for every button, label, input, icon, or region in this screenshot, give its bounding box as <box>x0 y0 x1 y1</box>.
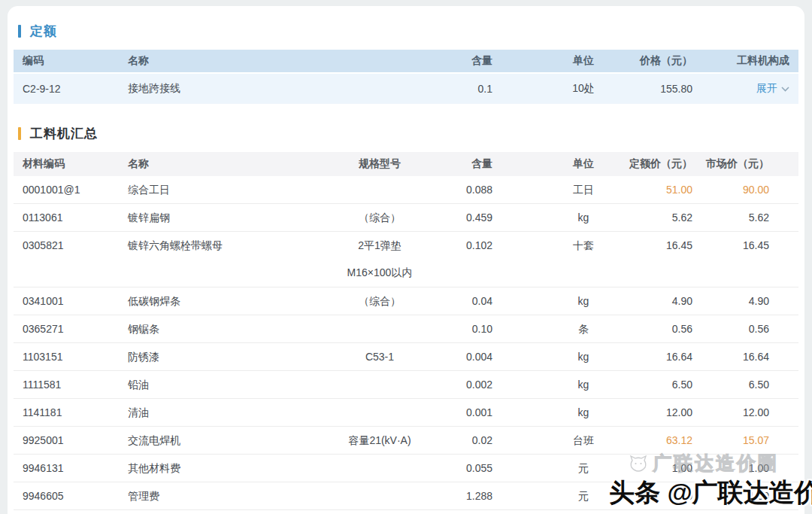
pad <box>769 287 789 315</box>
cell-quota-price: 16.64 <box>621 343 692 370</box>
spec-line <box>331 482 429 509</box>
pad <box>769 482 789 509</box>
spec-line <box>331 315 429 342</box>
cell-quantity: 0.002 <box>429 371 492 398</box>
spacer <box>492 176 546 203</box>
cell-quantity: 0.001 <box>429 399 492 426</box>
quota-section-title-text: 定额 <box>30 23 57 40</box>
cell-unit: 元 <box>546 455 621 482</box>
spec-line: （综合） <box>331 204 429 231</box>
blue-accent-bar <box>18 25 21 38</box>
cell-quota-price: 4.90 <box>621 287 692 315</box>
cell-quota-price: 63.12 <box>621 427 692 454</box>
table-row: 0341001低碳钢焊条（综合）0.04kg4.904.90 <box>14 287 798 315</box>
cell-spec <box>331 176 429 203</box>
cell-quota-price: 51.00 <box>621 176 692 203</box>
cell-market-price: 1.00 <box>692 455 769 482</box>
cell-quantity: 0.004 <box>429 343 492 370</box>
cell-market-price: 4.90 <box>692 287 769 315</box>
col-header-unit: 单位 <box>546 157 621 171</box>
spec-line <box>331 455 429 482</box>
spacer <box>492 427 546 454</box>
cell-name: 防锈漆 <box>128 343 331 370</box>
summary-table-header: 材料编码 名称 规格型号 含量 单位 定额价（元） 市场价（元） <box>14 152 798 176</box>
cell-quantity: 0.1 <box>342 83 492 95</box>
cell-material-code: 1103151 <box>23 343 128 370</box>
summary-section-title-text: 工料机汇总 <box>30 125 98 142</box>
cell-name: 接地跨接线 <box>128 82 342 96</box>
cell-quantity: 0.055 <box>429 455 492 482</box>
cell-quota-price: 12.00 <box>621 399 692 426</box>
amber-accent-bar <box>18 127 21 140</box>
cell-unit: 工日 <box>546 176 621 203</box>
cell-spec: （综合） <box>331 287 429 315</box>
cell-unit: 元 <box>546 482 621 509</box>
page-card: 定额 编码 名称 含量 单位 价格（元） 工料机构成 C2-9-12 接地跨接线… <box>8 6 804 514</box>
cell-spec <box>331 455 429 482</box>
cell-material-code: 0113061 <box>23 204 128 231</box>
table-row: 9946131其他材料费 0.055元1.001.00 <box>14 455 798 482</box>
cell-name: 清油 <box>128 399 331 426</box>
spacer <box>492 343 546 370</box>
pad <box>769 315 789 342</box>
chevron-down-icon <box>781 87 789 92</box>
table-row: 1141181清油 0.001kg12.0012.00 <box>14 399 798 427</box>
table-row: 0305821镀锌六角螺栓带螺母2平1弹垫M16×100以内0.102十套16.… <box>14 232 798 287</box>
pad <box>769 427 789 454</box>
cell-name: 管理费 <box>128 482 331 509</box>
cell-quantity: 0.02 <box>429 427 492 454</box>
cell-name: 交流电焊机 <box>128 427 331 454</box>
spec-line: 容量21(kV·A) <box>331 427 429 454</box>
spec-line <box>331 371 429 398</box>
summary-table-body: 0001001@1综合工日 0.088工日51.0090.000113061镀锌… <box>14 176 798 510</box>
table-row: 0365271钢锯条 0.10条0.560.56 <box>14 315 798 343</box>
cell-name: 其他材料费 <box>128 455 331 482</box>
pad <box>769 176 789 203</box>
cell-name: 综合工日 <box>128 176 331 203</box>
table-row: 9946605管理费 1.288元1.001.00 <box>14 482 798 510</box>
col-header-material-code: 材料编码 <box>23 157 128 171</box>
col-header-spec: 规格型号 <box>331 157 429 171</box>
cell-market-price: 12.00 <box>692 399 769 426</box>
cell-spec: 2平1弹垫M16×100以内 <box>331 232 429 287</box>
cell-market-price: 16.45 <box>692 232 769 259</box>
spec-line: M16×100以内 <box>331 259 429 287</box>
cell-quota-price: 5.62 <box>621 204 692 231</box>
spacer <box>492 455 546 482</box>
cell-quota-price: 16.45 <box>621 232 692 259</box>
cell-quantity: 0.10 <box>429 315 492 342</box>
expand-link[interactable]: 展开 <box>756 82 789 96</box>
pad <box>769 232 789 259</box>
spec-line <box>331 176 429 203</box>
cell-material-code: 1111581 <box>23 371 128 398</box>
cell-spec: C53-1 <box>331 343 429 370</box>
spec-line: 2平1弹垫 <box>331 232 429 259</box>
cell-spec: （综合） <box>331 204 429 231</box>
cell-unit: 10处 <box>546 82 621 96</box>
cell-name: 低碳钢焊条 <box>128 287 331 315</box>
spec-line <box>331 399 429 426</box>
cell-quantity: 0.102 <box>429 232 492 259</box>
cell-market-price: 15.07 <box>692 427 769 454</box>
table-row: 9925001交流电焊机容量21(kV·A)0.02台班63.1215.07 <box>14 427 798 455</box>
quota-section-title: 定额 <box>18 23 798 40</box>
col-header-unit: 单位 <box>546 54 621 68</box>
quota-table: 编码 名称 含量 单位 价格（元） 工料机构成 C2-9-12 接地跨接线 0.… <box>14 50 798 104</box>
spacer <box>492 399 546 426</box>
spacer <box>492 232 546 259</box>
cell-material-code: 0341001 <box>23 287 128 315</box>
cell-material-code: 1141181 <box>23 399 128 426</box>
cell-unit: kg <box>546 287 621 315</box>
cell-material-code: 0305821 <box>23 232 128 259</box>
summary-table: 材料编码 名称 规格型号 含量 单位 定额价（元） 市场价（元） 0001001… <box>14 152 798 510</box>
quota-table-header: 编码 名称 含量 单位 价格（元） 工料机构成 <box>14 50 798 74</box>
cell-price: 155.80 <box>621 83 692 95</box>
cell-market-price: 6.50 <box>692 371 769 398</box>
cell-material-code: 0001001@1 <box>23 176 128 203</box>
spec-line: （综合） <box>331 287 429 315</box>
quota-table-row: C2-9-12 接地跨接线 0.1 10处 155.80 展开 <box>14 74 798 104</box>
pad <box>769 343 789 370</box>
cell-material-code: 9925001 <box>23 427 128 454</box>
cell-unit: kg <box>546 343 621 370</box>
cell-market-price: 0.56 <box>692 315 769 342</box>
